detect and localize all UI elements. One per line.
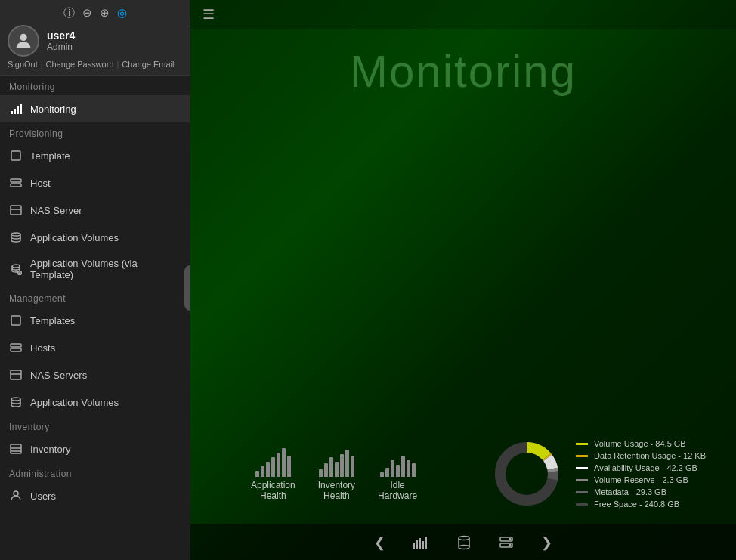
cylinder-nav-icon[interactable] bbox=[450, 532, 478, 553]
svg-point-6 bbox=[11, 233, 20, 236]
app-health-card[interactable]: ApplicationHealth bbox=[251, 447, 295, 501]
templates-icon bbox=[9, 314, 23, 327]
inventory-icon bbox=[9, 442, 23, 456]
svg-rect-16 bbox=[11, 444, 21, 453]
legend-item-4: Metadata - 29.3 GB bbox=[576, 487, 706, 497]
nav-app-volumes-mgmt[interactable]: Application Volumes bbox=[0, 388, 190, 416]
inventory-health-label: InventoryHealth bbox=[318, 480, 355, 501]
legend-dot-1 bbox=[576, 455, 588, 457]
server-nav-icon[interactable] bbox=[493, 532, 520, 553]
legend-dot-0 bbox=[576, 443, 588, 445]
svg-point-40 bbox=[509, 544, 511, 546]
username: user4 bbox=[47, 29, 75, 42]
svg-point-36 bbox=[459, 545, 469, 549]
nav-nas-servers-label: NAS Servers bbox=[30, 370, 87, 381]
legend-dot-3 bbox=[576, 479, 588, 481]
nav-app-volumes[interactable]: Application Volumes bbox=[0, 224, 190, 251]
inventory-health-card[interactable]: InventoryHealth bbox=[318, 447, 355, 501]
signout-link[interactable]: SignOut bbox=[8, 60, 38, 69]
plus-icon[interactable]: ⊕ bbox=[100, 6, 110, 20]
users-icon bbox=[9, 489, 23, 503]
legend: Volume Usage - 84.5 GB Data Retention Us… bbox=[576, 439, 706, 509]
legend-dot-5 bbox=[576, 503, 588, 506]
svg-rect-30 bbox=[422, 541, 424, 549]
svg-point-19 bbox=[14, 491, 18, 496]
app-health-label: ApplicationHealth bbox=[251, 480, 295, 501]
host-icon bbox=[9, 176, 23, 190]
inventory-health-icon bbox=[319, 447, 354, 477]
svg-point-0 bbox=[20, 34, 26, 41]
monitoring-icon bbox=[9, 102, 23, 116]
nav-app-volumes-template-label: Application Volumes (via Template) bbox=[30, 258, 181, 280]
svg-point-33 bbox=[459, 536, 469, 540]
circle-icon[interactable]: ◎ bbox=[117, 6, 127, 20]
svg-rect-4 bbox=[11, 206, 21, 215]
info-icon[interactable]: ⓘ bbox=[63, 6, 75, 20]
section-administration: Administration bbox=[0, 463, 190, 482]
nav-app-volumes-mgmt-label: Application Volumes bbox=[30, 397, 119, 408]
stats-row: ApplicationHealth InventoryHealth bbox=[190, 424, 736, 524]
svg-point-7 bbox=[12, 265, 20, 268]
svg-point-39 bbox=[509, 538, 511, 540]
nav-host-label: Host bbox=[30, 178, 51, 189]
user-info-row: user4 Admin bbox=[8, 25, 183, 57]
template-icon bbox=[9, 149, 23, 162]
prev-button[interactable]: ❮ bbox=[368, 531, 391, 554]
nav-hosts[interactable]: Hosts bbox=[0, 334, 190, 361]
hosts-icon bbox=[9, 341, 23, 354]
user-role: Admin bbox=[47, 42, 75, 52]
nav-template[interactable]: Template bbox=[0, 142, 190, 169]
nav-nas-server[interactable]: NAS Server bbox=[0, 196, 190, 224]
nav-templates[interactable]: Templates bbox=[0, 307, 190, 334]
svg-rect-12 bbox=[11, 348, 21, 351]
nav-inventory[interactable]: Inventory bbox=[0, 435, 190, 463]
app-volumes-icon bbox=[9, 230, 23, 244]
nas-server-icon bbox=[9, 203, 23, 217]
section-management: Management bbox=[0, 287, 190, 307]
svg-rect-10 bbox=[11, 316, 20, 325]
nav-nas-servers[interactable]: NAS Servers bbox=[0, 361, 190, 388]
nav-users-label: Users bbox=[30, 490, 56, 502]
nav-template-label: Template bbox=[30, 150, 70, 162]
health-cards: ApplicationHealth InventoryHealth bbox=[221, 439, 432, 509]
section-monitoring: Monitoring bbox=[0, 76, 190, 95]
idle-hardware-card[interactable]: IdleHardware bbox=[378, 447, 417, 501]
nav-users[interactable]: Users bbox=[0, 482, 190, 509]
avatar bbox=[8, 25, 39, 57]
legend-item-1: Data Retention Usage - 12 KB bbox=[576, 451, 706, 460]
user-header: ⓘ ⊖ ⊕ ◎ user4 Admin SignOut | Change Pas… bbox=[0, 0, 190, 76]
sidebar: ⓘ ⊖ ⊕ ◎ user4 Admin SignOut | Change Pas… bbox=[0, 0, 190, 560]
main-content: ☰ Monitoring ApplicationHealth bbox=[190, 0, 736, 560]
svg-rect-13 bbox=[11, 370, 21, 379]
nav-host[interactable]: Host bbox=[0, 169, 190, 196]
change-password-link[interactable]: Change Password bbox=[46, 60, 114, 69]
nav-monitoring[interactable]: Monitoring bbox=[0, 95, 190, 122]
legend-item-3: Volume Reserve - 2.3 GB bbox=[576, 475, 706, 484]
nav-templates-label: Templates bbox=[30, 315, 75, 326]
svg-rect-2 bbox=[11, 179, 21, 182]
legend-item-5: Free Space - 240.8 GB bbox=[576, 500, 706, 509]
change-email-link[interactable]: Change Email bbox=[122, 60, 174, 69]
svg-rect-3 bbox=[11, 184, 21, 187]
nav-app-volumes-template[interactable]: + Application Volumes (via Template) bbox=[0, 251, 190, 287]
bar-chart-nav-icon[interactable] bbox=[407, 533, 435, 552]
app-volumes-mgmt-icon bbox=[9, 395, 23, 409]
donut-section: Volume Usage - 84.5 GB Data Retention Us… bbox=[478, 432, 721, 516]
svg-rect-11 bbox=[11, 344, 21, 347]
svg-rect-1 bbox=[11, 151, 20, 160]
donut-chart bbox=[493, 440, 561, 508]
svg-rect-28 bbox=[416, 540, 418, 549]
idle-hardware-icon bbox=[380, 447, 416, 477]
user-avatar-icon bbox=[13, 30, 34, 51]
minus-icon[interactable]: ⊖ bbox=[82, 6, 92, 20]
hamburger-icon[interactable]: ☰ bbox=[203, 6, 215, 23]
next-button[interactable]: ❯ bbox=[535, 531, 558, 554]
nav-inventory-label: Inventory bbox=[30, 444, 70, 455]
nav-app-volumes-label: Application Volumes bbox=[30, 232, 119, 243]
app-health-icon bbox=[255, 447, 291, 477]
svg-rect-29 bbox=[419, 538, 421, 549]
bottom-nav: ❮ bbox=[190, 524, 736, 560]
nav-hosts-label: Hosts bbox=[30, 342, 55, 354]
scroll-handle[interactable] bbox=[184, 265, 190, 311]
top-icons: ⓘ ⊖ ⊕ ◎ bbox=[8, 6, 183, 20]
